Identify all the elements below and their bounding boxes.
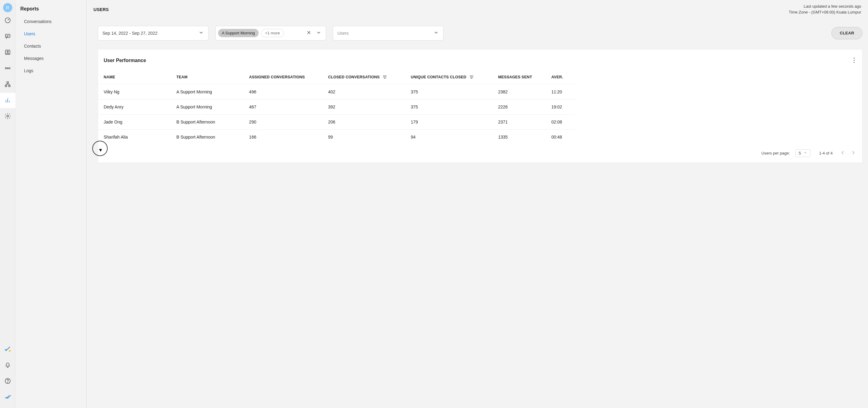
cell-name: Jade Ong: [98, 114, 171, 129]
table-row[interactable]: Sharifah AliaB Support Afternoon16699941…: [98, 129, 575, 144]
icon-nav: R: [0, 0, 16, 408]
cell-sent: 1335: [492, 129, 546, 144]
cell-unique: 94: [405, 129, 492, 144]
workflow-icon: [4, 81, 11, 89]
svg-point-12: [854, 58, 855, 58]
pager-prev[interactable]: [841, 150, 844, 156]
nav-settings[interactable]: [0, 109, 16, 124]
cell-closed: 402: [323, 84, 405, 99]
table-row[interactable]: Viiky NgA Support Morning496402375238211…: [98, 84, 575, 99]
sort-icon: [383, 76, 387, 79]
user-performance-card: User Performance NAME TEAM ASSIGNED CONV…: [98, 49, 863, 163]
contact-icon: [4, 49, 11, 57]
cell-sent: 2382: [492, 84, 546, 99]
page-header: USERS Last updated a few seconds ago Tim…: [87, 0, 868, 19]
cell-team: B Support Afternoon: [171, 129, 243, 144]
sidebar-item-conversations[interactable]: Conversations: [16, 15, 86, 28]
pager-range: 1-4 of 4: [819, 151, 833, 156]
reports-sidebar: Reports Conversations Users Contacts Mes…: [16, 0, 87, 408]
main-content: USERS Last updated a few seconds ago Tim…: [87, 0, 868, 408]
filter-bar: Sep 14, 2022 - Sep 27, 2022 A Support Mo…: [87, 19, 868, 44]
nav-logo[interactable]: [0, 389, 16, 405]
user-performance-table: NAME TEAM ASSIGNED CONVERSATIONS CLOSED …: [98, 70, 575, 144]
col-team[interactable]: TEAM: [171, 70, 243, 84]
cell-name: Sharifah Alia: [98, 129, 171, 144]
bell-icon: [4, 362, 11, 369]
nav-chat[interactable]: [0, 29, 16, 44]
col-closed[interactable]: CLOSED CONVERSATIONS: [323, 70, 405, 84]
chevron-down-icon[interactable]: [316, 30, 321, 36]
pager-next[interactable]: [852, 150, 855, 156]
col-unique[interactable]: UNIQUE CONTACTS CLOSED: [405, 70, 492, 84]
broadcast-icon: [4, 65, 11, 72]
cell-team: A Support Morning: [171, 84, 243, 99]
team-chip[interactable]: A Support Morning: [218, 29, 259, 37]
sidebar-item-users[interactable]: Users: [16, 28, 86, 40]
clear-button[interactable]: CLEAR: [831, 27, 863, 39]
gauge-icon: [4, 17, 11, 25]
table-pager: Users per page: 5 1-4 of 4: [98, 144, 862, 160]
table-header-row: NAME TEAM ASSIGNED CONVERSATIONS CLOSED …: [98, 70, 575, 84]
col-avg[interactable]: AVER.: [546, 70, 575, 84]
nav-broadcast[interactable]: [0, 61, 16, 76]
cell-assigned: 496: [244, 84, 323, 99]
col-sent[interactable]: MESSAGES SENT: [492, 70, 546, 84]
cell-avg: 19:02: [546, 99, 575, 114]
card-menu-button[interactable]: [852, 56, 857, 65]
sidebar-item-messages[interactable]: Messages: [16, 52, 86, 65]
gear-icon: [4, 113, 11, 121]
cell-unique: 179: [405, 114, 492, 129]
svg-point-4: [7, 68, 8, 69]
sidebar-item-contacts[interactable]: Contacts: [16, 40, 86, 52]
nav-status[interactable]: [0, 342, 16, 357]
table-row[interactable]: Jade OngB Support Afternoon2902061792371…: [98, 114, 575, 129]
cell-avg: 02:08: [546, 114, 575, 129]
last-updated-text: Last updated a few seconds ago: [789, 4, 861, 9]
avatar[interactable]: R: [3, 3, 12, 12]
table-scroll[interactable]: NAME TEAM ASSIGNED CONVERSATIONS CLOSED …: [98, 70, 862, 144]
date-range-picker[interactable]: Sep 14, 2022 - Sep 27, 2022: [98, 26, 209, 40]
per-page-select[interactable]: 5: [796, 149, 810, 157]
timezone-text: Time Zone - (GMT+08:00) Kuala Lumpur: [789, 9, 861, 15]
nav-help[interactable]: [0, 374, 16, 389]
sidebar-title: Reports: [16, 6, 86, 15]
cell-avg: 11:20: [546, 84, 575, 99]
cell-name: Dedy Anry: [98, 99, 171, 114]
cell-assigned: 467: [244, 99, 323, 114]
chevron-down-icon: [803, 151, 807, 156]
col-assigned[interactable]: ASSIGNED CONVERSATIONS: [244, 70, 323, 84]
svg-point-11: [7, 382, 8, 382]
date-range-value: Sep 14, 2022 - Sep 27, 2022: [102, 31, 157, 36]
sidebar-item-logs[interactable]: Logs: [16, 65, 86, 77]
chat-icon: [4, 33, 11, 40]
users-filter[interactable]: Users: [333, 26, 443, 40]
card-title: User Performance: [104, 58, 146, 63]
col-name[interactable]: NAME: [98, 70, 171, 84]
cell-sent: 2371: [492, 114, 546, 129]
nav-reports[interactable]: [0, 93, 16, 108]
cell-closed: 392: [323, 99, 405, 114]
svg-rect-5: [7, 81, 9, 83]
svg-point-9: [9, 350, 10, 352]
svg-point-13: [854, 60, 855, 61]
nav-dashboard[interactable]: [0, 13, 16, 28]
clear-teams-icon[interactable]: [306, 30, 312, 36]
cell-closed: 206: [323, 114, 405, 129]
page-meta: Last updated a few seconds ago Time Zone…: [789, 4, 861, 15]
cell-assigned: 290: [244, 114, 323, 129]
nav-contacts[interactable]: [0, 45, 16, 60]
nav-notifications[interactable]: [0, 358, 16, 373]
cell-sent: 2226: [492, 99, 546, 114]
cell-team: A Support Morning: [171, 99, 243, 114]
nav-workflow[interactable]: [0, 77, 16, 92]
cell-unique: 375: [405, 84, 492, 99]
svg-point-8: [7, 115, 9, 117]
team-more-chip[interactable]: +1 more: [261, 29, 284, 37]
table-row[interactable]: Dedy AnryA Support Morning46739237522261…: [98, 99, 575, 114]
cell-avg: 00:48: [546, 129, 575, 144]
cell-closed: 99: [323, 129, 405, 144]
team-filter[interactable]: A Support Morning +1 more: [215, 26, 326, 40]
help-icon: [4, 378, 11, 385]
svg-rect-7: [8, 85, 10, 87]
chevron-down-icon: [198, 30, 204, 36]
